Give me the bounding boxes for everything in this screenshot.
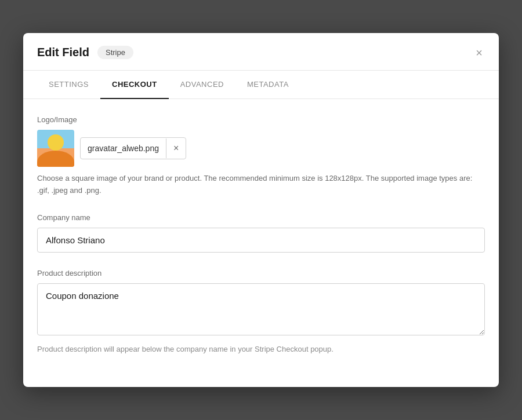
edit-field-modal: Edit Field Stripe × SETTINGS CHECKOUT AD… xyxy=(23,33,499,387)
modal-header: Edit Field Stripe × xyxy=(23,33,499,71)
tab-settings[interactable]: SETTINGS xyxy=(37,71,100,99)
tab-checkout[interactable]: CHECKOUT xyxy=(100,71,169,99)
tabs-bar: SETTINGS CHECKOUT ADVANCED METADATA xyxy=(23,71,499,99)
close-button[interactable]: × xyxy=(473,45,485,61)
logo-row: gravatar_alweb.png × xyxy=(37,130,485,167)
file-clear-button[interactable]: × xyxy=(166,138,186,158)
product-desc-help: Product description will appear below th… xyxy=(37,344,485,355)
logo-label: Logo/Image xyxy=(37,115,485,124)
logo-help-text: Choose a square image of your brand or p… xyxy=(37,173,485,197)
gravatar-image xyxy=(37,130,74,167)
stripe-badge: Stripe xyxy=(97,46,133,59)
logo-group: Logo/Image gravatar_alweb.png × Choose a… xyxy=(37,115,485,197)
file-input-display[interactable]: gravatar_alweb.png × xyxy=(80,137,186,159)
modal-overlay: Edit Field Stripe × SETTINGS CHECKOUT AD… xyxy=(0,0,522,420)
logo-preview xyxy=(37,130,74,167)
tab-advanced[interactable]: ADVANCED xyxy=(169,71,235,99)
modal-title: Edit Field xyxy=(37,46,89,59)
company-name-input[interactable] xyxy=(37,228,485,253)
modal-body: Logo/Image gravatar_alweb.png × Choose a… xyxy=(23,99,499,387)
file-name-text: gravatar_alweb.png xyxy=(81,139,166,158)
company-name-group: Company name xyxy=(37,213,485,253)
product-desc-group: Product description Coupon donazione Pro… xyxy=(37,269,485,355)
company-name-label: Company name xyxy=(37,213,485,222)
product-desc-label: Product description xyxy=(37,269,485,277)
tab-metadata[interactable]: METADATA xyxy=(235,71,300,99)
product-desc-textarea[interactable]: Coupon donazione xyxy=(37,283,485,335)
